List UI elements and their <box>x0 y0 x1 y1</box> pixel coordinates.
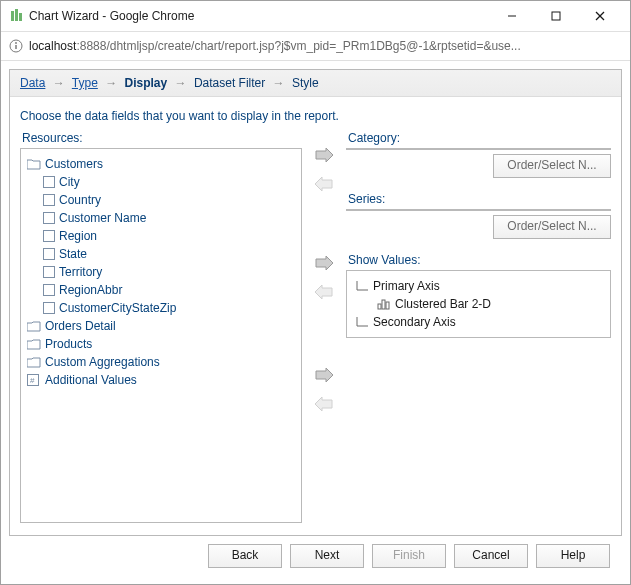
folder-icon <box>27 320 41 332</box>
tree-label: Region <box>59 229 97 243</box>
back-button[interactable]: Back <box>208 544 282 568</box>
transfer-arrows <box>310 131 338 523</box>
series-order-select-button[interactable]: Order/Select N... <box>493 215 611 239</box>
secondary-axis-node[interactable]: Secondary Axis <box>353 313 604 331</box>
url-text: localhost:8888/dhtmljsp/create/chart/rep… <box>29 39 521 53</box>
remove-from-category-button[interactable] <box>313 175 335 196</box>
svg-text:#: # <box>30 376 35 385</box>
tree-label: Customers <box>45 157 103 171</box>
checkbox-icon <box>43 212 55 224</box>
show-values-box[interactable]: Primary Axis Clustered Bar 2-D Secondary… <box>346 270 611 338</box>
checkbox-icon <box>43 194 55 206</box>
category-label: Category: <box>346 131 611 145</box>
step-display: Display <box>125 76 168 90</box>
app-icon <box>9 9 23 23</box>
resources-label: Resources: <box>20 131 302 145</box>
axis-icon <box>355 280 369 292</box>
main-area: Resources: Customers City Country Custom… <box>10 131 621 535</box>
window-title: Chart Wizard - Google Chrome <box>29 9 490 23</box>
tree-label: Additional Values <box>45 373 137 387</box>
svg-point-8 <box>15 42 17 44</box>
tree-label: Products <box>45 337 92 351</box>
chart-type-node[interactable]: Clustered Bar 2-D <box>353 295 604 313</box>
tree-field[interactable]: CustomerCityStateZip <box>25 299 297 317</box>
show-values-label: Show Values: <box>346 253 611 267</box>
add-to-series-button[interactable] <box>313 254 335 275</box>
checkbox-icon <box>43 302 55 314</box>
svg-rect-14 <box>386 302 389 309</box>
instruction-text: Choose the data fields that you want to … <box>10 97 621 131</box>
tree-node-orders-detail[interactable]: Orders Detail <box>25 317 297 335</box>
tree-node-additional-values[interactable]: #Additional Values <box>25 371 297 389</box>
bar-chart-icon <box>377 298 391 310</box>
folder-icon <box>27 356 41 368</box>
step-type[interactable]: Type <box>72 76 98 90</box>
checkbox-icon <box>43 230 55 242</box>
tree-label: Territory <box>59 265 102 279</box>
primary-axis-node[interactable]: Primary Axis <box>353 277 604 295</box>
arrow-icon: → <box>105 76 117 90</box>
svg-rect-2 <box>19 13 22 21</box>
info-icon <box>9 39 23 53</box>
tree-field[interactable]: Region <box>25 227 297 245</box>
tree-field[interactable]: RegionAbbr <box>25 281 297 299</box>
step-breadcrumb: Data → Type → Display → Dataset Filter →… <box>10 70 621 97</box>
tree-field[interactable]: State <box>25 245 297 263</box>
window-frame: Chart Wizard - Google Chrome localhost:8… <box>0 0 631 585</box>
tree-node-customers[interactable]: Customers <box>25 155 297 173</box>
add-to-category-button[interactable] <box>313 146 335 167</box>
svg-rect-4 <box>552 12 560 20</box>
arrow-icon: → <box>53 76 65 90</box>
tree-field[interactable]: City <box>25 173 297 191</box>
arrow-icon: → <box>175 76 187 90</box>
svg-rect-0 <box>11 11 14 21</box>
tree-label: Secondary Axis <box>373 315 456 329</box>
tree-label: Customer Name <box>59 211 146 225</box>
tree-label: Custom Aggregations <box>45 355 160 369</box>
close-button[interactable] <box>578 2 622 30</box>
next-button[interactable]: Next <box>290 544 364 568</box>
category-order-select-button[interactable]: Order/Select N... <box>493 154 611 178</box>
tree-label: Country <box>59 193 101 207</box>
checkbox-icon <box>43 284 55 296</box>
tree-label: State <box>59 247 87 261</box>
wizard-footer: Back Next Finish Cancel Help <box>9 536 622 576</box>
tree-node-custom-aggregations[interactable]: Custom Aggregations <box>25 353 297 371</box>
titlebar: Chart Wizard - Google Chrome <box>1 1 630 32</box>
content-outer: Data → Type → Display → Dataset Filter →… <box>1 61 630 584</box>
finish-button: Finish <box>372 544 446 568</box>
tree-field[interactable]: Customer Name <box>25 209 297 227</box>
checkbox-icon <box>43 248 55 260</box>
tree-field[interactable]: Territory <box>25 263 297 281</box>
hash-icon: # <box>27 374 41 386</box>
remove-from-series-button[interactable] <box>313 283 335 304</box>
minimize-button[interactable] <box>490 2 534 30</box>
tree-node-products[interactable]: Products <box>25 335 297 353</box>
tree-label: Orders Detail <box>45 319 116 333</box>
step-data[interactable]: Data <box>20 76 45 90</box>
folder-icon <box>27 338 41 350</box>
address-bar: localhost:8888/dhtmljsp/create/chart/rep… <box>1 32 630 61</box>
checkbox-icon <box>43 176 55 188</box>
add-to-values-button[interactable] <box>313 366 335 387</box>
svg-rect-12 <box>378 304 381 309</box>
folder-open-icon <box>27 158 41 170</box>
step-dataset-filter: Dataset Filter <box>194 76 265 90</box>
tree-label: Clustered Bar 2-D <box>395 297 491 311</box>
arrow-icon: → <box>273 76 285 90</box>
tree-field[interactable]: Country <box>25 191 297 209</box>
checkbox-icon <box>43 266 55 278</box>
svg-rect-13 <box>382 300 385 309</box>
tree-label: RegionAbbr <box>59 283 122 297</box>
help-button[interactable]: Help <box>536 544 610 568</box>
resources-tree[interactable]: Customers City Country Customer Name Reg… <box>20 148 302 523</box>
maximize-button[interactable] <box>534 2 578 30</box>
step-style: Style <box>292 76 319 90</box>
tree-label: CustomerCityStateZip <box>59 301 176 315</box>
wizard-panel: Data → Type → Display → Dataset Filter →… <box>9 69 622 536</box>
cancel-button[interactable]: Cancel <box>454 544 528 568</box>
remove-from-values-button[interactable] <box>313 395 335 416</box>
tree-label: Primary Axis <box>373 279 440 293</box>
series-label: Series: <box>346 192 611 206</box>
axis-icon <box>355 316 369 328</box>
